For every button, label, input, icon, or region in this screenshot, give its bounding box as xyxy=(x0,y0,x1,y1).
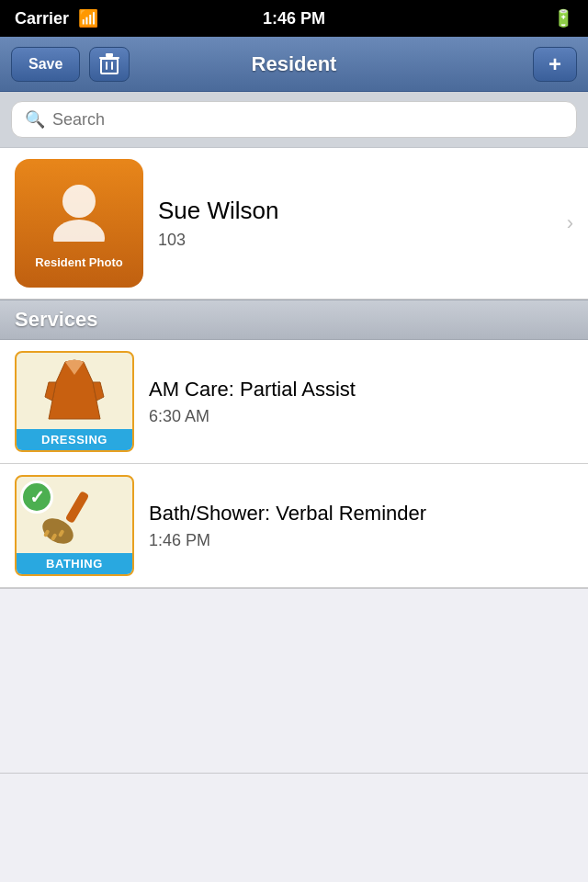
battery-icon: 🔋 xyxy=(553,8,573,28)
trash-icon xyxy=(99,53,119,75)
svg-rect-1 xyxy=(106,62,107,70)
add-button[interactable]: + xyxy=(533,47,577,82)
dressing-label-bar: DRESSING xyxy=(17,429,132,450)
svg-rect-0 xyxy=(101,59,118,74)
resident-photo: Resident Photo xyxy=(15,159,143,288)
status-bar: Carrier 📶 1:46 PM 🔋 xyxy=(0,0,588,37)
nav-bar-left: Save xyxy=(11,47,130,82)
nav-bar: Save Resident + xyxy=(0,37,588,92)
resident-room: 103 xyxy=(158,231,552,250)
delete-button[interactable] xyxy=(89,47,130,82)
resident-photo-label: Resident Photo xyxy=(35,255,122,269)
bottom-divider xyxy=(0,773,588,774)
nav-title: Resident xyxy=(252,52,337,76)
search-input[interactable] xyxy=(52,110,563,130)
search-bar: 🔍 xyxy=(11,101,577,138)
bottom-area xyxy=(0,588,588,882)
resident-info: Sue Wilson 103 xyxy=(158,197,552,250)
dressing-service-time: 6:30 AM xyxy=(149,407,573,426)
services-section-label: Services xyxy=(15,308,98,331)
resident-row[interactable]: Resident Photo Sue Wilson 103 › xyxy=(0,148,588,300)
carrier-label: Carrier xyxy=(15,9,69,28)
status-bar-left: Carrier 📶 xyxy=(15,8,98,28)
svg-rect-3 xyxy=(99,57,119,59)
svg-rect-2 xyxy=(111,62,113,70)
status-bar-time: 1:46 PM xyxy=(263,9,325,28)
bathing-service-name: Bath/Shower: Verbal Reminder xyxy=(149,502,573,526)
search-bar-container: 🔍 xyxy=(0,92,588,148)
dressing-icon-container: DRESSING xyxy=(15,351,134,452)
svg-point-6 xyxy=(53,220,105,242)
dressing-service-info: AM Care: Partial Assist 6:30 AM xyxy=(149,378,573,426)
services-section-header: Services xyxy=(0,300,588,340)
dress-icon xyxy=(38,355,111,428)
service-row-bathing[interactable]: ✓ BATHING Bath/Shower: Verbal Reminder 1… xyxy=(0,464,588,588)
bathing-service-time: 1:46 PM xyxy=(149,531,573,550)
dressing-icon-image xyxy=(17,353,132,429)
svg-rect-4 xyxy=(106,53,113,57)
svg-point-5 xyxy=(62,185,96,218)
check-icon: ✓ xyxy=(20,481,53,514)
bathing-label-bar: BATHING xyxy=(17,553,132,574)
chevron-right-icon: › xyxy=(567,211,573,235)
status-bar-right: 🔋 xyxy=(553,8,573,28)
bathing-icon-image: ✓ xyxy=(17,477,132,553)
wifi-icon: 📶 xyxy=(78,8,98,28)
search-icon: 🔍 xyxy=(25,109,45,130)
resident-name: Sue Wilson xyxy=(158,197,552,225)
resident-avatar-icon xyxy=(47,177,111,250)
dressing-service-name: AM Care: Partial Assist xyxy=(149,378,573,401)
bathing-icon-container: ✓ BATHING xyxy=(15,475,134,576)
save-button[interactable]: Save xyxy=(11,47,80,82)
service-row-dressing[interactable]: DRESSING AM Care: Partial Assist 6:30 AM xyxy=(0,340,588,464)
svg-rect-11 xyxy=(65,490,90,523)
bathing-service-info: Bath/Shower: Verbal Reminder 1:46 PM xyxy=(149,502,573,550)
